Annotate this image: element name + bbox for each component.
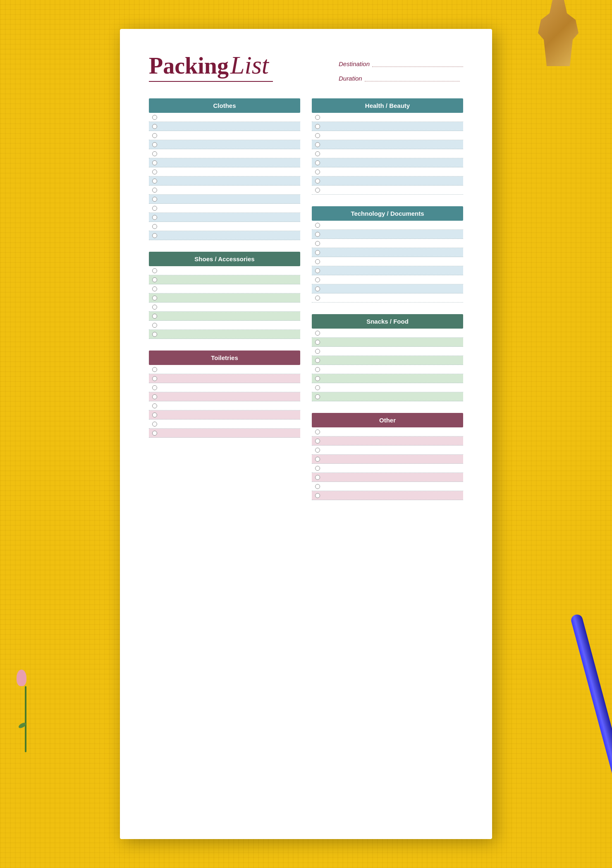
- list-item[interactable]: [149, 158, 300, 167]
- list-item[interactable]: [149, 330, 300, 339]
- list-item[interactable]: [149, 222, 300, 231]
- destination-line[interactable]: [372, 61, 463, 67]
- list-item[interactable]: [149, 312, 300, 321]
- list-item[interactable]: [312, 464, 463, 473]
- list-item[interactable]: [149, 266, 300, 275]
- list-item[interactable]: [149, 140, 300, 149]
- checkbox[interactable]: [152, 367, 157, 372]
- checkbox[interactable]: [152, 403, 157, 408]
- checkbox[interactable]: [152, 115, 157, 120]
- list-item[interactable]: [312, 365, 463, 374]
- list-item[interactable]: [312, 176, 463, 186]
- checkbox[interactable]: [152, 169, 157, 174]
- list-item[interactable]: [149, 131, 300, 140]
- list-item[interactable]: [312, 338, 463, 347]
- checkbox[interactable]: [315, 160, 320, 165]
- checkbox[interactable]: [315, 169, 320, 174]
- checkbox[interactable]: [315, 232, 320, 237]
- checkbox[interactable]: [315, 133, 320, 138]
- list-item[interactable]: [312, 221, 463, 230]
- list-item[interactable]: [312, 257, 463, 266]
- list-item[interactable]: [149, 303, 300, 312]
- list-item[interactable]: [312, 266, 463, 275]
- list-item[interactable]: [312, 347, 463, 356]
- list-item[interactable]: [149, 410, 300, 420]
- checkbox[interactable]: [315, 457, 320, 462]
- list-item[interactable]: [149, 401, 300, 410]
- list-item[interactable]: [149, 195, 300, 204]
- list-item[interactable]: [312, 248, 463, 257]
- checkbox[interactable]: [152, 124, 157, 129]
- list-item[interactable]: [312, 167, 463, 176]
- checkbox[interactable]: [315, 286, 320, 291]
- list-item[interactable]: [149, 383, 300, 392]
- checkbox[interactable]: [152, 215, 157, 220]
- list-item[interactable]: [312, 455, 463, 464]
- list-item[interactable]: [312, 374, 463, 383]
- checkbox[interactable]: [152, 394, 157, 399]
- checkbox[interactable]: [152, 179, 157, 184]
- checkbox[interactable]: [315, 277, 320, 282]
- checkbox[interactable]: [315, 331, 320, 336]
- list-item[interactable]: [149, 420, 300, 429]
- checkbox[interactable]: [152, 314, 157, 319]
- checkbox[interactable]: [315, 466, 320, 471]
- list-item[interactable]: [312, 482, 463, 491]
- list-item[interactable]: [312, 158, 463, 167]
- list-item[interactable]: [149, 122, 300, 131]
- checkbox[interactable]: [315, 241, 320, 246]
- list-item[interactable]: [312, 473, 463, 482]
- checkbox[interactable]: [152, 332, 157, 337]
- list-item[interactable]: [149, 149, 300, 158]
- checkbox[interactable]: [152, 305, 157, 310]
- list-item[interactable]: [312, 491, 463, 500]
- checkbox[interactable]: [152, 206, 157, 211]
- list-item[interactable]: [149, 429, 300, 438]
- checkbox[interactable]: [315, 268, 320, 273]
- checkbox[interactable]: [315, 124, 320, 129]
- checkbox[interactable]: [315, 429, 320, 434]
- list-item[interactable]: [149, 392, 300, 401]
- duration-line[interactable]: [365, 76, 460, 81]
- checkbox[interactable]: [315, 115, 320, 120]
- list-item[interactable]: [149, 213, 300, 222]
- checkbox[interactable]: [152, 385, 157, 390]
- checkbox[interactable]: [315, 448, 320, 453]
- list-item[interactable]: [149, 321, 300, 330]
- checkbox[interactable]: [152, 133, 157, 138]
- checkbox[interactable]: [315, 349, 320, 354]
- checkbox[interactable]: [152, 233, 157, 238]
- list-item[interactable]: [149, 374, 300, 383]
- list-item[interactable]: [312, 284, 463, 293]
- checkbox[interactable]: [315, 188, 320, 193]
- checkbox[interactable]: [315, 179, 320, 184]
- checkbox[interactable]: [152, 197, 157, 202]
- checkbox[interactable]: [315, 250, 320, 255]
- checkbox[interactable]: [315, 358, 320, 363]
- checkbox[interactable]: [315, 296, 320, 300]
- list-item[interactable]: [149, 186, 300, 195]
- checkbox[interactable]: [315, 142, 320, 147]
- checkbox[interactable]: [152, 268, 157, 273]
- checkbox[interactable]: [315, 340, 320, 345]
- list-item[interactable]: [149, 231, 300, 240]
- checkbox[interactable]: [315, 385, 320, 390]
- checkbox[interactable]: [152, 286, 157, 291]
- checkbox[interactable]: [152, 323, 157, 328]
- checkbox[interactable]: [315, 151, 320, 156]
- list-item[interactable]: [149, 113, 300, 122]
- list-item[interactable]: [312, 131, 463, 140]
- list-item[interactable]: [312, 275, 463, 284]
- list-item[interactable]: [312, 383, 463, 392]
- checkbox[interactable]: [152, 277, 157, 282]
- checkbox[interactable]: [152, 422, 157, 427]
- list-item[interactable]: [312, 436, 463, 446]
- list-item[interactable]: [312, 122, 463, 131]
- checkbox[interactable]: [152, 413, 157, 417]
- list-item[interactable]: [149, 365, 300, 374]
- checkbox[interactable]: [152, 224, 157, 229]
- checkbox[interactable]: [315, 259, 320, 264]
- list-item[interactable]: [149, 284, 300, 293]
- list-item[interactable]: [312, 293, 463, 303]
- list-item[interactable]: [312, 356, 463, 365]
